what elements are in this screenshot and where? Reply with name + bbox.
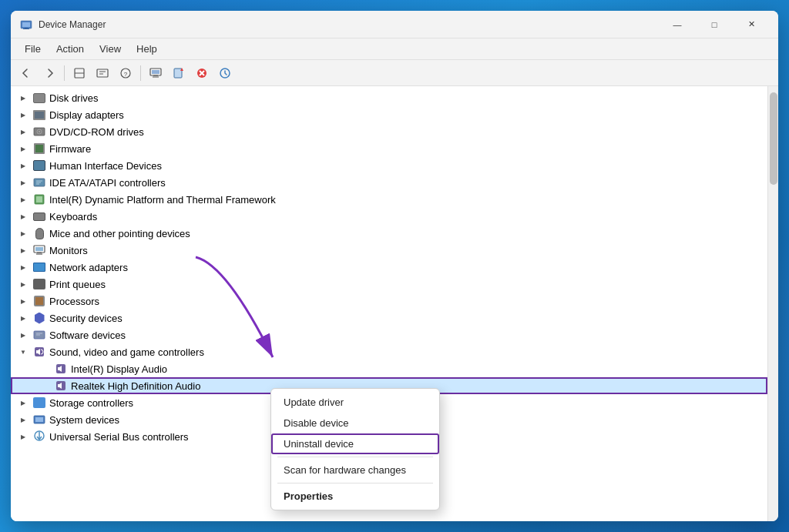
network-label: Network adapters (49, 262, 128, 273)
storage-label: Storage controllers (49, 397, 133, 409)
expand-arrow-storage[interactable]: ▶ (17, 396, 29, 409)
tree-item-keyboards[interactable]: ▶ Keyboards (11, 208, 767, 225)
scrollbar-thumb[interactable] (770, 92, 777, 185)
realtek-label: Realtek High Definition Audio (71, 380, 200, 392)
intel-audio-label: Intel(R) Display Audio (71, 363, 167, 375)
tree-item-disk-drives[interactable]: ▶ Disk drives (11, 89, 767, 106)
expand-arrow-sound[interactable]: ▼ (17, 346, 29, 358)
context-menu-separator (277, 457, 433, 457)
expand-arrow-ide[interactable]: ▶ (17, 176, 29, 189)
update-button[interactable] (168, 63, 190, 83)
menu-file[interactable]: File (17, 42, 49, 56)
properties-label: Properties (284, 490, 333, 502)
realtek-icon (54, 379, 68, 393)
scan-label: Scan for hardware changes (284, 464, 406, 476)
print-label: Print queues (49, 279, 106, 290)
context-menu-uninstall-device[interactable]: Uninstall device (271, 433, 439, 454)
back-button[interactable] (15, 63, 37, 83)
expand-arrow-software[interactable]: ▶ (17, 329, 29, 341)
toolbar-sep-2 (140, 65, 141, 81)
tree-item-monitors[interactable]: ▶ Monitors (11, 242, 767, 259)
security-icon (32, 311, 46, 325)
expand-arrow-processors[interactable]: ▶ (17, 295, 29, 307)
update-driver-label: Update driver (284, 396, 344, 408)
svg-rect-2 (25, 28, 28, 28)
ide-icon (32, 176, 46, 189)
network-icon (32, 260, 46, 274)
collapse-button[interactable] (69, 63, 90, 83)
expand-arrow-mice[interactable]: ▶ (17, 227, 29, 239)
firmware-icon (32, 142, 46, 156)
menu-action[interactable]: Action (49, 42, 92, 56)
expand-arrow-firmware[interactable]: ▶ (17, 142, 29, 155)
processors-icon (32, 294, 46, 308)
menu-view[interactable]: View (92, 42, 129, 56)
toolbar-sep-1 (64, 65, 65, 81)
tree-item-intel-audio[interactable]: ▶ Intel(R) Display Audio (11, 360, 767, 377)
tree-item-sound[interactable]: ▼ Sound, video and game controllers (11, 343, 767, 360)
disk-drives-label: Disk drives (49, 92, 99, 104)
sound-label: Sound, video and game controllers (49, 346, 204, 358)
tree-item-dvd[interactable]: ▶ DVD/CD-ROM drives (11, 123, 767, 140)
context-menu-disable-device[interactable]: Disable device (271, 413, 439, 433)
usb-icon (32, 430, 46, 443)
app-icon (20, 18, 32, 31)
uninstall-button[interactable] (191, 63, 213, 83)
tree-item-ide[interactable]: ▶ IDE ATA/ATAPI controllers (11, 174, 767, 191)
device-manager-window: Device Manager — □ ✕ File Action View He… (11, 11, 778, 521)
computer-button[interactable] (145, 63, 166, 83)
intel-thermal-icon (32, 192, 46, 206)
tree-item-print[interactable]: ▶ Print queues (11, 276, 767, 293)
forward-button[interactable] (39, 63, 60, 83)
expand-arrow-hid[interactable]: ▶ (17, 159, 29, 172)
svg-rect-40 (35, 417, 43, 422)
scrollbar[interactable] (767, 86, 778, 521)
expand-arrow-intel-thermal[interactable]: ▶ (17, 193, 29, 206)
usb-label: Universal Serial Bus controllers (49, 431, 189, 443)
expand-arrow-keyboards[interactable]: ▶ (17, 210, 29, 223)
intel-audio-icon (54, 362, 68, 376)
expand-arrow-system[interactable]: ▶ (17, 413, 29, 426)
help-button[interactable]: ? (115, 63, 136, 83)
expand-arrow-security[interactable]: ▶ (17, 312, 29, 324)
svg-rect-1 (22, 22, 30, 27)
tree-item-hid[interactable]: ▶ Human Interface Devices (11, 157, 767, 174)
context-menu-update-driver[interactable]: Update driver (271, 392, 439, 413)
context-menu-properties[interactable]: Properties (271, 486, 439, 507)
print-icon (32, 277, 46, 291)
expand-arrow-network[interactable]: ▶ (17, 261, 29, 273)
minimize-button[interactable]: — (660, 13, 695, 36)
expand-arrow-usb[interactable]: ▶ (17, 430, 29, 443)
menu-help[interactable]: Help (129, 42, 165, 56)
tree-item-network[interactable]: ▶ Network adapters (11, 259, 767, 276)
maximize-button[interactable]: □ (697, 13, 732, 36)
toolbar: ? (11, 60, 778, 86)
properties-toolbar-button[interactable] (92, 63, 113, 83)
expand-arrow-print[interactable]: ▶ (17, 278, 29, 290)
tree-item-processors[interactable]: ▶ Processors (11, 293, 767, 309)
hid-icon (32, 159, 46, 172)
expand-arrow-display[interactable]: ▶ (17, 109, 29, 121)
display-adapters-label: Display adapters (49, 109, 124, 121)
expand-arrow-monitors[interactable]: ▶ (17, 244, 29, 256)
tree-item-firmware[interactable]: ▶ Firmware (11, 140, 767, 157)
keyboards-icon (32, 209, 46, 223)
tree-item-intel-thermal[interactable]: ▶ Intel(R) Dynamic Platform and Thermal … (11, 191, 767, 208)
tree-item-software[interactable]: ▶ Software devices (11, 326, 767, 343)
close-button[interactable]: ✕ (734, 13, 769, 36)
scan-button[interactable] (214, 63, 236, 83)
menubar: File Action View Help (11, 38, 778, 60)
system-icon (32, 413, 46, 427)
window-controls: — □ ✕ (660, 13, 769, 36)
expand-arrow-dvd[interactable]: ▶ (17, 125, 29, 138)
context-menu-scan[interactable]: Scan for hardware changes (271, 460, 439, 480)
tree-item-mice[interactable]: ▶ Mice and other pointing devices (11, 225, 767, 242)
tree-item-security[interactable]: ▶ Security devices (11, 309, 767, 326)
mice-label: Mice and other pointing devices (49, 228, 190, 239)
tree-item-display-adapters[interactable]: ▶ Display adapters (11, 106, 767, 123)
window-title: Device Manager (39, 19, 660, 30)
software-label: Software devices (49, 330, 126, 341)
svg-rect-15 (174, 69, 182, 78)
expand-arrow-disk[interactable]: ▶ (17, 92, 29, 104)
sound-icon (32, 345, 46, 359)
